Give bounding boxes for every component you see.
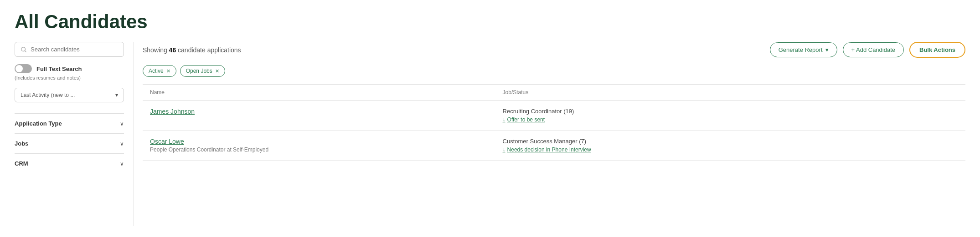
sort-label: Last Activity (new to ... xyxy=(21,92,75,98)
sidebar: Full Text Search (Includes resumes and n… xyxy=(15,42,133,226)
filter-tag-open-jobs-label: Open Jobs xyxy=(186,68,212,74)
table-row: James Johnson Recruiting Coordinator (19… xyxy=(143,101,965,131)
filter-tag-open-jobs-close[interactable]: ✕ xyxy=(215,68,219,74)
status-label-0: Offer to be sent xyxy=(507,116,545,123)
filter-tag-active-close[interactable]: ✕ xyxy=(166,68,170,74)
status-arrow-0: ↓ xyxy=(503,116,505,123)
candidate-name-1[interactable]: Oscar Lowe xyxy=(150,138,488,145)
showing-text: Showing 46 candidate applications xyxy=(143,46,241,54)
showing-suffix: candidate applications xyxy=(176,46,241,54)
candidate-table: Name Job/Status James Johnson Recruiting… xyxy=(143,84,965,161)
full-text-sub: (Includes resumes and notes) xyxy=(15,75,124,81)
candidate-job-cell-0: Recruiting Coordinator (19) ↓ Offer to b… xyxy=(495,101,965,131)
top-bar: Showing 46 candidate applications Genera… xyxy=(143,42,965,58)
svg-line-1 xyxy=(25,50,26,52)
chevron-down-icon-application-type: ∨ xyxy=(120,121,124,127)
sidebar-section-label-application-type: Application Type xyxy=(15,120,62,127)
search-icon xyxy=(21,46,27,53)
page-container: All Candidates Full Text Search (Include… xyxy=(0,0,980,237)
job-title-1: Customer Success Manager (7) xyxy=(503,138,958,145)
candidate-name-cell-0: James Johnson xyxy=(143,101,495,131)
full-text-toggle[interactable] xyxy=(15,64,32,73)
chevron-down-icon-crm: ∨ xyxy=(120,161,124,167)
bulk-actions-button[interactable]: Bulk Actions xyxy=(909,42,965,58)
sidebar-section-label-jobs: Jobs xyxy=(15,140,28,147)
filter-tag-open-jobs[interactable]: Open Jobs ✕ xyxy=(180,65,225,77)
sidebar-section-crm[interactable]: CRM ∨ xyxy=(15,153,124,173)
candidate-name-cell-1: Oscar Lowe People Operations Coordinator… xyxy=(143,131,495,161)
sidebar-section-jobs[interactable]: Jobs ∨ xyxy=(15,133,124,153)
chevron-down-icon-jobs: ∨ xyxy=(120,141,124,147)
main-layout: Full Text Search (Includes resumes and n… xyxy=(15,42,965,226)
sort-chevron-icon: ▾ xyxy=(115,92,118,98)
job-status-0[interactable]: ↓ Offer to be sent xyxy=(503,116,958,123)
table-row: Oscar Lowe People Operations Coordinator… xyxy=(143,131,965,161)
main-content: Showing 46 candidate applications Genera… xyxy=(133,42,965,226)
job-title-0: Recruiting Coordinator (19) xyxy=(503,108,958,115)
top-actions: Generate Report ▾ + Add Candidate Bulk A… xyxy=(770,42,965,58)
page-title: All Candidates xyxy=(15,11,965,33)
sidebar-section-label-crm: CRM xyxy=(15,160,28,167)
showing-count: 46 xyxy=(169,46,176,54)
full-text-label: Full Text Search xyxy=(36,66,82,72)
filter-tag-active[interactable]: Active ✕ xyxy=(143,65,176,77)
table-header-row: Name Job/Status xyxy=(143,85,965,101)
col-header-name: Name xyxy=(143,85,495,101)
filter-tags: Active ✕ Open Jobs ✕ xyxy=(143,65,965,77)
add-candidate-button[interactable]: + Add Candidate xyxy=(843,42,904,57)
status-label-1: Needs decision in Phone Interview xyxy=(507,146,591,153)
generate-report-button[interactable]: Generate Report ▾ xyxy=(770,42,837,57)
search-input[interactable] xyxy=(31,46,118,53)
showing-prefix: Showing xyxy=(143,46,169,54)
candidate-sub-1: People Operations Coordinator at Self-Em… xyxy=(150,146,488,153)
sidebar-section-application-type[interactable]: Application Type ∨ xyxy=(15,113,124,133)
candidate-job-cell-1: Customer Success Manager (7) ↓ Needs dec… xyxy=(495,131,965,161)
candidate-name-0[interactable]: James Johnson xyxy=(150,108,488,115)
search-box[interactable] xyxy=(15,42,124,57)
filter-tag-active-label: Active xyxy=(149,68,164,74)
status-arrow-1: ↓ xyxy=(503,146,505,153)
full-text-row: Full Text Search xyxy=(15,64,124,73)
chevron-down-icon-generate: ▾ xyxy=(825,46,829,53)
sort-dropdown[interactable]: Last Activity (new to ... ▾ xyxy=(15,88,124,102)
job-status-1[interactable]: ↓ Needs decision in Phone Interview xyxy=(503,146,958,153)
col-header-job-status: Job/Status xyxy=(495,85,965,101)
